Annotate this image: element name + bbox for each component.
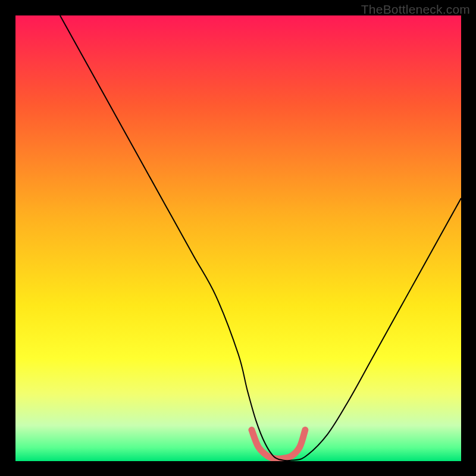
chart-svg [15,15,461,461]
watermark-text: TheBottleneck.com [361,2,470,17]
bottleneck-chart [15,15,461,461]
gradient-background [15,15,461,461]
